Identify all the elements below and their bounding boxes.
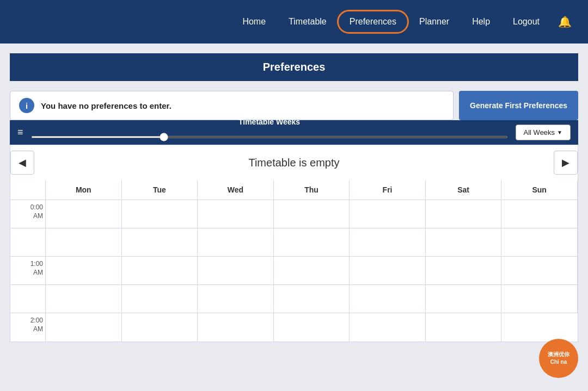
cell-0am-sun bbox=[501, 200, 578, 228]
cell-0am-half-thu bbox=[274, 228, 350, 257]
cell-1am-wed bbox=[198, 257, 274, 285]
timetable-grid: Mon Tue Wed Thu Fri Sat Sun 0:00AM bbox=[10, 180, 578, 342]
info-icon: i bbox=[19, 98, 34, 113]
cell-2am-sun bbox=[501, 313, 578, 342]
time-1am: 1:00AM bbox=[10, 257, 46, 285]
col-header-thu: Thu bbox=[274, 180, 350, 200]
time-0am: 0:00AM bbox=[10, 200, 46, 228]
cell-0am-half-fri bbox=[350, 228, 426, 257]
cell-1am-half-sat bbox=[426, 285, 502, 313]
info-message: You have no preferences to enter. bbox=[41, 101, 171, 110]
col-header-tue: Tue bbox=[122, 180, 198, 200]
cell-1am-thu bbox=[274, 257, 350, 285]
cell-2am-fri bbox=[350, 313, 426, 342]
cell-1am-half-wed bbox=[198, 285, 274, 313]
cell-2am-tue bbox=[122, 313, 198, 342]
cell-0am-fri bbox=[350, 200, 426, 228]
info-bar: i You have no preferences to enter. bbox=[10, 91, 454, 120]
dropdown-arrow-icon: ▼ bbox=[557, 129, 562, 135]
nav-planner[interactable]: Planner bbox=[409, 13, 459, 31]
watermark-line1: 澳洲优你 bbox=[548, 351, 569, 358]
next-button[interactable]: ▶ bbox=[554, 151, 578, 175]
cell-2am-wed bbox=[198, 313, 274, 342]
generate-preferences-button[interactable]: Generate First Preferences bbox=[459, 91, 578, 120]
prev-button[interactable]: ◀ bbox=[10, 151, 34, 175]
timetable-empty-title: Timetable is empty bbox=[34, 157, 554, 169]
watermark: 澳洲优你 Chi na bbox=[539, 339, 578, 378]
slider-container: Timetable Weeks bbox=[31, 127, 508, 138]
col-header-wed: Wed bbox=[198, 180, 274, 200]
cell-0am-wed bbox=[198, 200, 274, 228]
cell-0am-half-sun bbox=[501, 228, 578, 257]
time-header bbox=[10, 180, 46, 200]
time-1am-half bbox=[10, 285, 46, 313]
nav-logout[interactable]: Logout bbox=[503, 13, 549, 31]
notification-bell-icon[interactable]: 🔔 bbox=[553, 11, 577, 33]
info-bar-row: i You have no preferences to enter. Gene… bbox=[10, 91, 578, 120]
cell-2am-thu bbox=[274, 313, 350, 342]
cell-1am-tue bbox=[122, 257, 198, 285]
filter-icon[interactable]: ≡ bbox=[17, 127, 23, 138]
nav-timetable[interactable]: Timetable bbox=[279, 13, 336, 31]
time-2am: 2:00AM bbox=[10, 313, 46, 342]
cell-1am-half-tue bbox=[122, 285, 198, 313]
nav-home[interactable]: Home bbox=[232, 13, 275, 31]
all-weeks-dropdown[interactable]: All Weeks ▼ bbox=[516, 125, 571, 140]
cell-1am-half-sun bbox=[501, 285, 578, 313]
col-header-sat: Sat bbox=[426, 180, 502, 200]
all-weeks-label: All Weeks bbox=[524, 128, 555, 136]
col-header-sun: Sun bbox=[501, 180, 578, 200]
cell-1am-sat bbox=[426, 257, 502, 285]
cell-0am-thu bbox=[274, 200, 350, 228]
cell-0am-sat bbox=[426, 200, 502, 228]
page-header: Preferences bbox=[10, 53, 578, 81]
cell-2am-mon bbox=[46, 313, 122, 342]
timetable-wrapper: ◀ Timetable is empty ▶ Mon Tue Wed Thu F… bbox=[10, 145, 578, 342]
cell-2am-sat bbox=[426, 313, 502, 342]
timetable-nav: ◀ Timetable is empty ▶ bbox=[10, 145, 578, 180]
cell-1am-half-fri bbox=[350, 285, 426, 313]
weeks-bar: ≡ Timetable Weeks All Weeks ▼ bbox=[10, 120, 578, 145]
cell-1am-half-mon bbox=[46, 285, 122, 313]
cell-1am-mon bbox=[46, 257, 122, 285]
nav-preferences[interactable]: Preferences bbox=[340, 13, 406, 31]
cell-1am-half-thu bbox=[274, 285, 350, 313]
main-nav: Home Timetable Preferences Planner Help … bbox=[0, 0, 588, 44]
cell-0am-half-tue bbox=[122, 228, 198, 257]
cell-1am-fri bbox=[350, 257, 426, 285]
cell-0am-mon bbox=[46, 200, 122, 228]
time-0am-half bbox=[10, 228, 46, 257]
cell-0am-tue bbox=[122, 200, 198, 228]
cell-0am-half-sat bbox=[426, 228, 502, 257]
weeks-slider[interactable] bbox=[31, 136, 508, 138]
cell-1am-sun bbox=[501, 257, 578, 285]
col-header-mon: Mon bbox=[46, 180, 122, 200]
main-content: Preferences i You have no preferences to… bbox=[0, 53, 588, 353]
nav-help[interactable]: Help bbox=[462, 13, 500, 31]
page-title: Preferences bbox=[263, 61, 326, 73]
cell-0am-half-wed bbox=[198, 228, 274, 257]
cell-0am-half-mon bbox=[46, 228, 122, 257]
watermark-line2: Chi na bbox=[550, 358, 567, 366]
col-header-fri: Fri bbox=[350, 180, 426, 200]
